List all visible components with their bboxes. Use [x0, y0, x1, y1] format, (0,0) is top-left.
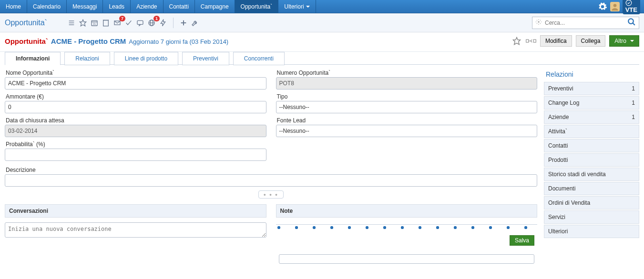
notepad-icon[interactable] [101, 18, 111, 28]
svg-point-1 [613, 4, 616, 7]
more-button[interactable]: Altro [609, 35, 639, 47]
nav-campagne[interactable]: Campagne [195, 0, 235, 13]
svg-point-24 [538, 21, 540, 23]
sidebar-item-ordini[interactable]: Ordini di Vendita [544, 196, 639, 209]
nav-contatti[interactable]: Contatti [164, 0, 195, 13]
top-nav: Home Calendario Messaggi Leads Aziende C… [0, 0, 644, 13]
sidebar-title: Relazioni [544, 70, 639, 82]
favorite-star-icon[interactable] [511, 36, 522, 46]
nav-opportunita[interactable]: Opportunita` [235, 0, 279, 13]
more-button-label: Altro [614, 38, 626, 44]
note-spiral-decoration [276, 224, 538, 230]
expand-toggle[interactable]: • • • [5, 190, 537, 199]
star-icon[interactable] [78, 18, 88, 28]
sidebar-item-ulteriori[interactable]: Ulteriori [544, 225, 639, 238]
record-title-group: Opportunita` ACME - Progetto CRM Aggiorn… [5, 37, 228, 45]
sidebar-item-label: Change Log [548, 100, 579, 106]
sidebar-item-servizi[interactable]: Servizi [544, 210, 639, 224]
svg-line-26 [633, 23, 635, 25]
label-nome-opportunita: Nome Opportunita` [5, 70, 266, 76]
nav-right-icons: VTE [598, 0, 644, 13]
input-nome-opportunita[interactable] [5, 77, 266, 90]
note-save-button[interactable]: Salva [510, 235, 534, 246]
svg-text:31: 31 [93, 22, 96, 25]
svg-marker-6 [80, 20, 86, 26]
input-ammontare[interactable] [5, 101, 266, 113]
gear-small-icon[interactable] [535, 19, 542, 27]
plus-icon[interactable] [178, 18, 189, 28]
sidebar-item-aziende[interactable]: Aziende1 [544, 110, 639, 124]
sidebar-item-count: 1 [632, 85, 635, 92]
nav-leads[interactable]: Leads [103, 0, 131, 13]
user-profile-icon[interactable] [610, 2, 620, 11]
label-descrizione: Descrizione [5, 167, 537, 173]
svg-point-25 [628, 19, 634, 24]
label-data-chiusura: Data di chiusura attesa [5, 117, 266, 124]
sidebar-item-contatti[interactable]: Contatti [544, 139, 639, 152]
svg-rect-28 [526, 40, 529, 42]
global-search[interactable] [532, 17, 639, 29]
tab-relazioni[interactable]: Relazioni [64, 52, 110, 65]
search-input[interactable] [545, 20, 624, 26]
input-probabilita[interactable] [5, 149, 266, 161]
vte-logo[interactable]: VTE [623, 0, 640, 14]
sidebar-item-count: 1 [632, 100, 635, 106]
conversation-input[interactable] [5, 222, 266, 238]
settings-gear-icon[interactable] [598, 2, 607, 11]
vte-logo-text: VTE [625, 6, 637, 13]
svg-rect-10 [103, 20, 109, 26]
bolt-icon[interactable] [158, 18, 168, 28]
content-area: Nome Opportunita` Ammontare (€) Data di … [0, 65, 644, 269]
search-icon[interactable] [627, 18, 636, 28]
tab-concorrenti[interactable]: Concorrenti [233, 52, 285, 65]
nav-messaggi[interactable]: Messaggi [67, 0, 103, 13]
sidebar-item-label: Ulteriori [548, 228, 568, 235]
chevron-down-icon [630, 40, 634, 42]
chevron-down-icon [306, 6, 310, 8]
nav-aziende[interactable]: Aziende [131, 0, 163, 13]
record-header: Opportunita` ACME - Progetto CRM Aggiorn… [0, 32, 644, 52]
input-data-chiusura[interactable] [5, 125, 266, 137]
sidebar-item-changelog[interactable]: Change Log1 [544, 96, 639, 110]
label-numero-opportunita: Numero Opportunita` [276, 70, 538, 76]
note-textarea[interactable] [279, 254, 535, 264]
nav-ulteriori[interactable]: Ulteriori [278, 0, 316, 13]
form-right-column: Numero Opportunita` Tipo Fonte Lead [276, 70, 538, 165]
input-numero-opportunita[interactable] [276, 77, 538, 90]
tab-linee-prodotto[interactable]: Linee di prodotto [114, 52, 178, 65]
sidebar-item-documenti[interactable]: Documenti [544, 182, 639, 195]
globe-icon[interactable]: 1 [146, 18, 157, 28]
form-left-column: Nome Opportunita` Ammontare (€) Data di … [5, 70, 266, 165]
input-fonte-lead[interactable] [276, 125, 538, 137]
sidebar-item-storico[interactable]: Storico stadi di vendita [544, 168, 639, 181]
svg-marker-27 [513, 38, 520, 45]
toolbar-separator [173, 18, 174, 28]
calendar-icon[interactable]: 31 [89, 18, 100, 28]
check-icon[interactable] [123, 18, 134, 28]
record-updated: Aggiornato 7 giorni fa (03 Feb 2014) [129, 38, 228, 45]
form-area: Nome Opportunita` Ammontare (€) Data di … [5, 70, 537, 264]
mail-icon[interactable]: 7 [112, 18, 123, 28]
sidebar-item-label: Documenti [548, 185, 575, 192]
nav-spacer [316, 0, 598, 13]
tab-preventivi[interactable]: Preventivi [182, 52, 229, 65]
wrench-icon[interactable] [190, 18, 200, 28]
record-actions: Modifica Collega Altro [511, 35, 639, 47]
sidebar-item-attivita[interactable]: Attivita` [544, 125, 639, 138]
tab-informazioni[interactable]: Informazioni [5, 52, 61, 65]
chat-icon[interactable] [135, 18, 145, 28]
nav-calendario[interactable]: Calendario [27, 0, 67, 13]
input-tipo[interactable] [276, 101, 538, 113]
link-button[interactable]: Collega [576, 35, 606, 47]
edit-button[interactable]: Modifica [540, 35, 572, 47]
svg-marker-21 [161, 20, 165, 26]
sidebar-item-preventivi[interactable]: Preventivi1 [544, 82, 639, 95]
list-icon[interactable] [66, 18, 77, 28]
input-descrizione[interactable] [5, 174, 537, 187]
nav-ulteriori-label: Ulteriori [284, 3, 304, 10]
nav-home[interactable]: Home [0, 0, 27, 13]
svg-point-2 [626, 0, 632, 6]
record-module-label: Opportunita` [5, 37, 48, 45]
sidebar-item-prodotti[interactable]: Prodotti [544, 153, 639, 167]
process-icon[interactable] [526, 36, 536, 46]
